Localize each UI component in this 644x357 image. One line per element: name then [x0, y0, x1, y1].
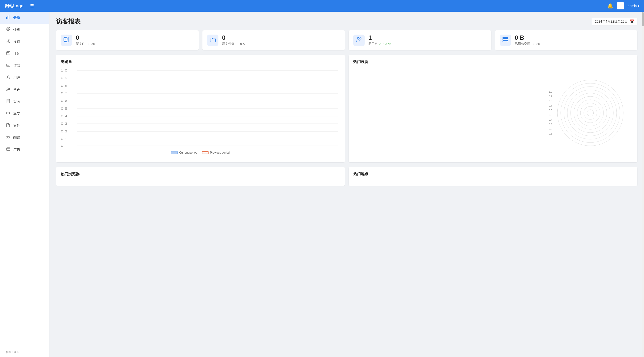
sidebar-item-pages[interactable]: 页面 [0, 96, 49, 108]
new-users-value: 1 [368, 34, 391, 41]
stats-row: 0 新文件 → 0% [56, 30, 638, 50]
new-files-label-row: 新文件 → 0% [76, 42, 95, 46]
svg-rect-0 [6, 17, 7, 19]
new-users-icon-wrap [353, 34, 364, 46]
layout: 分析 外观 设置 [0, 12, 644, 357]
new-files-arrow: → [86, 42, 90, 46]
sidebar-item-files[interactable]: 文件 [0, 120, 49, 132]
storage-arrow: → [532, 42, 534, 46]
dropdown-icon: ▾ [638, 4, 639, 8]
new-users-icon [356, 36, 362, 44]
radar-chart-area: 1.0 0.9 0.8 0.7 0.6 0.5 0.4 0.3 0.2 0.1 [353, 68, 633, 158]
storage-info: 0 B 已用总空间 → 0% [515, 34, 540, 46]
hot-locations-title: 热门地点 [353, 172, 633, 177]
sidebar-item-label: 翻译 [13, 135, 20, 140]
stat-card-new-users: 1 新用户 ↗ 100% [348, 30, 491, 50]
sidebar-item-analytics[interactable]: 分析 [0, 12, 49, 24]
pages-icon [6, 99, 11, 104]
new-folders-info: 0 新文件夹 → 0% [222, 34, 245, 46]
new-folders-percent: 0% [240, 42, 245, 46]
browse-chart-area: 1.0 0.9 0.8 0.7 0.6 0.5 0.4 0.3 0.2 0.1 … [61, 68, 340, 148]
files-icon [6, 123, 11, 128]
legend-current-box [171, 151, 178, 154]
svg-rect-2 [9, 15, 10, 19]
sidebar-item-settings[interactable]: 设置 [0, 36, 49, 48]
sidebar-item-plan[interactable]: 计划 [0, 48, 49, 60]
hot-devices-title: 热门设备 [353, 59, 633, 64]
svg-point-75 [584, 106, 597, 119]
svg-text:0.6: 0.6 [61, 99, 67, 102]
svg-point-42 [507, 38, 507, 38]
new-files-percent: 0% [91, 42, 95, 46]
svg-point-6 [8, 28, 9, 29]
storage-value: 0 B [515, 34, 540, 41]
sidebar-item-tags[interactable]: 标签 [0, 108, 49, 120]
ads-icon [6, 147, 11, 152]
subscription-icon [6, 63, 11, 68]
sidebar-item-label: 文件 [13, 123, 20, 128]
sidebar-item-subscription[interactable]: 订阅 [0, 60, 49, 72]
site-logo: 网站Logo [5, 3, 24, 9]
sidebar-item-label: 标签 [13, 111, 20, 116]
legend-previous-label: Previous period [210, 151, 230, 154]
stat-card-storage: 0 B 已用总空间 → 0% [495, 30, 638, 50]
hot-devices-chart-card: 热门设备 1.0 0.9 0.8 0.7 0.6 0.5 0.4 0.3 [348, 55, 638, 162]
user-icon [6, 75, 11, 80]
svg-text:0.7: 0.7 [61, 92, 67, 95]
svg-point-18 [8, 76, 9, 77]
menu-toggle-icon[interactable]: ☰ [30, 3, 34, 8]
translation-icon: 文A [6, 135, 11, 140]
svg-text:0.9: 0.9 [61, 76, 67, 80]
storage-icon [502, 36, 509, 44]
scroll-thumb[interactable] [642, 12, 644, 26]
new-folders-label-row: 新文件夹 → 0% [222, 42, 245, 46]
svg-point-5 [8, 29, 8, 29]
admin-menu[interactable]: admin ▾ [628, 4, 639, 8]
settings-icon [6, 39, 11, 44]
hot-browsers-title: 热门浏览器 [61, 172, 340, 177]
sidebar-item-label: 角色 [13, 87, 20, 92]
svg-text:0.3: 0.3 [61, 122, 67, 125]
main-content: 访客报表 2024年4月22日至28日 📅 [50, 12, 644, 357]
sidebar-item-ads[interactable]: 广告 [0, 144, 49, 156]
svg-rect-1 [8, 16, 8, 19]
scrollbar[interactable] [642, 12, 644, 357]
notification-bell-icon[interactable]: 🔔 [607, 3, 613, 9]
svg-text:0.5: 0.5 [61, 107, 67, 110]
admin-label: admin [628, 4, 637, 8]
stat-card-new-files: 0 新文件 → 0% [56, 30, 199, 50]
svg-point-71 [570, 93, 610, 133]
browse-chart-card: 浏览量 1.0 0.9 0.8 0.7 0.6 0.5 0.4 0.3 0.2 … [56, 55, 345, 162]
svg-point-19 [7, 88, 8, 89]
header-right: 🔔 admin ▾ [607, 2, 639, 9]
sidebar-item-translation[interactable]: 文A 翻译 [0, 132, 49, 144]
storage-label: 已用总空间 [515, 42, 530, 46]
new-files-icon [63, 36, 70, 44]
sidebar-item-label: 分析 [13, 15, 20, 20]
svg-text:1.0: 1.0 [61, 69, 67, 72]
sidebar-item-users[interactable]: 用户 [0, 72, 49, 84]
svg-rect-35 [64, 38, 66, 39]
version-label: 版本：3.1.3 [0, 347, 49, 357]
legend-previous-box [202, 151, 208, 154]
date-range-picker[interactable]: 2024年4月22日至28日 📅 [592, 18, 638, 25]
storage-percent: 0% [536, 42, 540, 46]
browse-chart-svg: 1.0 0.9 0.8 0.7 0.6 0.5 0.4 0.3 0.2 0.1 … [61, 68, 340, 148]
sidebar-item-appearance[interactable]: 外观 [0, 24, 49, 36]
new-folders-value: 0 [222, 34, 245, 41]
hot-browsers-card: 热门浏览器 [56, 167, 345, 186]
analytics-icon [6, 15, 11, 20]
avatar [617, 2, 624, 9]
plan-icon [6, 51, 11, 56]
legend-current-label: Current period [179, 151, 197, 154]
svg-point-74 [580, 103, 600, 123]
svg-point-72 [574, 96, 607, 129]
svg-point-70 [567, 90, 614, 136]
appearance-icon [6, 27, 11, 32]
new-users-info: 1 新用户 ↗ 100% [368, 34, 391, 46]
svg-point-44 [507, 41, 507, 42]
browse-chart-legend: Current period Previous period [61, 151, 340, 154]
page-title: 访客报表 [56, 17, 80, 26]
svg-point-4 [7, 30, 8, 30]
sidebar-item-roles[interactable]: 角色 [0, 84, 49, 96]
